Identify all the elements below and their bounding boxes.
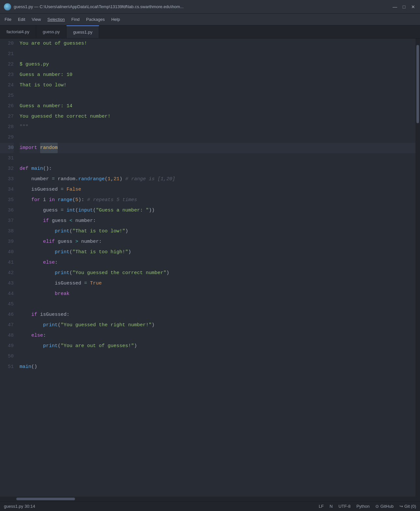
code-line-37: if guess < number:	[20, 216, 415, 226]
code-line-43: isGuessed = True	[20, 278, 415, 289]
code-line-39: elif guess > number:	[20, 237, 415, 247]
code-line-21	[20, 49, 415, 59]
code-line-31	[20, 153, 415, 164]
menu-edit[interactable]: Edit	[15, 16, 28, 23]
title-bar-text: guess1.py — C:\Users\alinen\AppData\Loca…	[14, 4, 392, 9]
code-line-50	[20, 351, 415, 362]
code-line-24: That is too low!	[20, 80, 415, 91]
code-line-26: Guess a number: 14	[20, 101, 415, 111]
line-numbers: 20 21 22 23 24 25 26 27 28 29 30 31 32 3…	[0, 38, 18, 497]
github-icon: ⊙	[375, 504, 379, 509]
tab-guess[interactable]: guess.py	[36, 25, 67, 38]
code-line-47: print("You guessed the right number!")	[20, 320, 415, 330]
close-button[interactable]: ✕	[410, 4, 416, 10]
code-line-41: else:	[20, 257, 415, 268]
code-line-45	[20, 299, 415, 310]
code-line-23: Guess a number: 10	[20, 70, 415, 80]
status-n[interactable]: N	[330, 504, 333, 509]
status-bar: guess1.py 30:14 LF N UTF-8 Python ⊙GitHu…	[0, 501, 420, 511]
status-github[interactable]: ⊙GitHub	[375, 504, 393, 509]
code-line-34: isGuessed = False	[20, 184, 415, 195]
status-position[interactable]: 30:14	[24, 504, 35, 509]
code-line-29	[20, 132, 415, 143]
status-language[interactable]: Python	[356, 504, 369, 509]
minimize-button[interactable]: —	[392, 4, 398, 10]
horizontal-scrollbar[interactable]	[0, 497, 420, 501]
git-icon: ↪	[399, 504, 403, 509]
menu-selection[interactable]: Selection	[44, 16, 68, 23]
h-scrollbar-thumb[interactable]	[16, 498, 75, 500]
code-line-35: for i in range(5): # repeats 5 times	[20, 195, 415, 205]
code-line-27: You guessed the correct number!	[20, 111, 415, 122]
status-filename[interactable]: guess1.py	[4, 504, 23, 509]
code-line-33: number = random.randrange(1,21) # range …	[20, 174, 415, 184]
status-lf[interactable]: LF	[319, 504, 324, 509]
code-line-49: print("You are out of guesses!")	[20, 341, 415, 351]
code-line-44: break	[20, 289, 415, 299]
scrollbar-thumb[interactable]	[416, 45, 419, 123]
menu-file[interactable]: File	[1, 16, 15, 23]
tab-guess1[interactable]: guess1.py	[67, 25, 99, 38]
menu-packages[interactable]: Packages	[83, 16, 108, 23]
app-icon	[4, 3, 11, 10]
vertical-scrollbar[interactable]	[415, 38, 420, 497]
status-git[interactable]: ↪Git (0)	[399, 504, 416, 509]
code-line-25	[20, 91, 415, 101]
menu-bar: File Edit View Selection Find Packages H…	[0, 14, 420, 25]
maximize-button[interactable]: □	[401, 4, 407, 10]
title-bar-controls: — □ ✕	[392, 4, 416, 10]
code-line-32: def main():	[20, 164, 415, 174]
menu-help[interactable]: Help	[108, 16, 123, 23]
tab-factorial4[interactable]: factorial4.py	[0, 25, 36, 38]
code-line-20: You are out of guesses!	[20, 38, 415, 49]
code-line-42: print("You guessed the correct number")	[20, 268, 415, 278]
status-encoding[interactable]: UTF-8	[338, 504, 351, 509]
menu-find[interactable]: Find	[68, 16, 83, 23]
code-line-51: main()	[20, 362, 415, 372]
code-line-36: guess = int(input("Guess a number: "))	[20, 205, 415, 216]
code-line-46: if isGuessed:	[20, 310, 415, 320]
code-line-22: $ guess.py	[20, 59, 415, 70]
code-line-40: print("That is too high!")	[20, 247, 415, 257]
status-bar-left: guess1.py 30:14	[4, 504, 35, 509]
code-line-38: print("That is too low!")	[20, 226, 415, 237]
code-editor[interactable]: You are out of guesses! $ guess.py Guess…	[18, 38, 415, 497]
code-line-30: import random	[20, 143, 415, 153]
title-bar: guess1.py — C:\Users\alinen\AppData\Loca…	[0, 0, 420, 14]
status-bar-right: LF N UTF-8 Python ⊙GitHub ↪Git (0)	[319, 504, 416, 509]
code-line-48: else:	[20, 330, 415, 341]
menu-view[interactable]: View	[28, 16, 44, 23]
code-line-28: """	[20, 122, 415, 132]
tab-bar: factorial4.py guess.py guess1.py	[0, 25, 420, 38]
editor-area: 20 21 22 23 24 25 26 27 28 29 30 31 32 3…	[0, 38, 420, 497]
